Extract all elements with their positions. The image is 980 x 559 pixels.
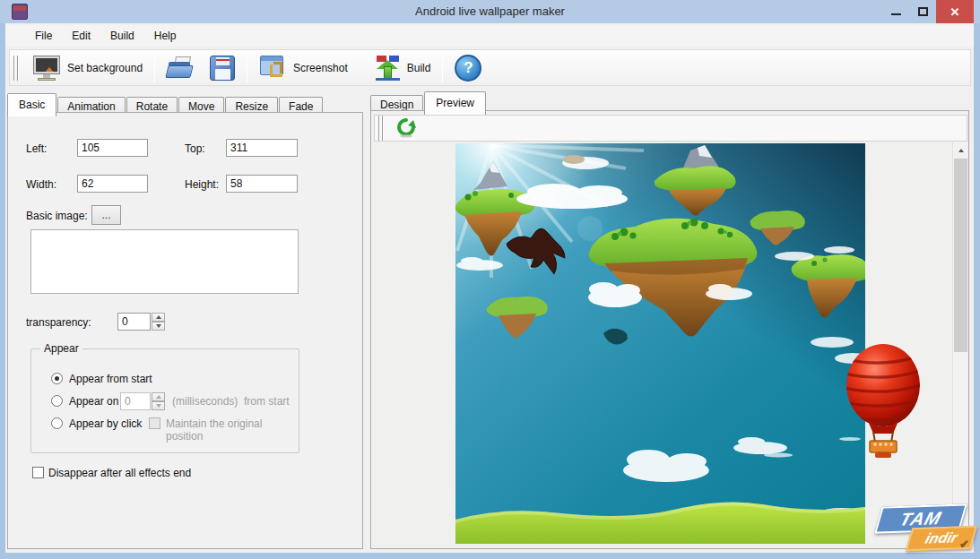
watermark-check-icon: ✔ — [959, 538, 969, 551]
wallpaper-preview-image — [455, 143, 865, 544]
appear-by-click-label: Appear by click — [69, 417, 142, 430]
refresh-icon — [396, 118, 416, 138]
basic-image-listbox[interactable] — [30, 229, 299, 294]
menu-edit[interactable]: Edit — [64, 27, 99, 45]
spin-down-icon — [156, 404, 161, 408]
top-input[interactable] — [226, 139, 298, 157]
appear-group-title: Appear — [40, 342, 82, 355]
height-label: Height: — [185, 178, 219, 191]
top-label: Top: — [185, 142, 205, 155]
help-icon: ? — [455, 55, 481, 82]
transparency-input[interactable] — [117, 313, 151, 331]
maximize-button[interactable] — [909, 0, 936, 23]
width-input[interactable] — [77, 175, 148, 193]
screenshot-icon — [259, 55, 288, 82]
menu-help[interactable]: Help — [146, 27, 185, 45]
toolbar-grip[interactable] — [378, 116, 380, 141]
help-button[interactable]: ? — [447, 51, 489, 85]
close-button[interactable]: ✕ — [936, 0, 974, 23]
browse-button[interactable]: ... — [91, 205, 121, 225]
minimize-icon — [891, 13, 901, 15]
save-button[interactable] — [203, 52, 242, 84]
open-button[interactable] — [160, 52, 203, 84]
monitor-icon — [31, 55, 62, 82]
appear-group: Appear Appear from start Appear on (mill… — [30, 348, 299, 453]
build-label: Build — [407, 62, 431, 74]
spin-down-button[interactable] — [152, 322, 165, 331]
toolbar-separator — [154, 54, 155, 82]
maximize-icon — [918, 7, 928, 16]
screenshot-button[interactable]: Screenshot — [252, 51, 355, 85]
transparency-spinner[interactable] — [152, 313, 165, 331]
milliseconds-label: (milliseconds) from start — [172, 395, 290, 408]
scrollbar-up-icon — [958, 149, 964, 152]
appear-on-label: Appear on — [69, 395, 118, 408]
tab-basic[interactable]: Basic — [7, 93, 56, 116]
toolbar-separator — [442, 54, 443, 82]
preview-scrollbar[interactable] — [952, 142, 967, 548]
basic-tab-page: Left: Top: Width: Height: Basic image: .… — [7, 112, 363, 549]
left-input[interactable] — [77, 139, 148, 157]
transparency-label: transparency: — [26, 316, 91, 329]
hot-air-balloon — [841, 342, 926, 460]
spin-up-button[interactable] — [152, 392, 165, 401]
spin-down-icon — [156, 324, 161, 328]
window-title: Android live wallpaper maker — [0, 4, 980, 18]
appear-on-spinner[interactable] — [152, 392, 165, 410]
spin-up-icon — [156, 315, 161, 319]
menu-build[interactable]: Build — [102, 27, 143, 45]
disappear-label: Disappear after all effects end — [48, 467, 191, 479]
toolbar-grip[interactable] — [17, 56, 19, 81]
appear-on-radio[interactable] — [51, 395, 63, 407]
basic-image-label: Basic image: — [26, 210, 88, 222]
toolbar-grip[interactable] — [13, 56, 15, 81]
spin-up-button[interactable] — [152, 313, 165, 322]
disappear-checkbox[interactable] — [32, 467, 44, 478]
close-icon: ✕ — [950, 5, 960, 19]
spin-up-icon — [156, 395, 161, 399]
save-icon — [210, 56, 235, 81]
appear-on-input[interactable] — [120, 392, 151, 410]
menu-file[interactable]: File — [27, 27, 60, 45]
width-label: Width: — [26, 178, 56, 191]
minimize-button[interactable] — [882, 0, 909, 23]
maintain-position-label: Maintain the original position — [166, 417, 299, 443]
set-background-label: Set background — [67, 62, 143, 74]
scrollbar-thumb[interactable] — [954, 159, 967, 352]
spin-down-button[interactable] — [152, 401, 165, 410]
appear-from-start-radio[interactable] — [51, 373, 63, 384]
appear-from-start-label: Appear from start — [69, 373, 152, 385]
maintain-position-checkbox[interactable] — [149, 417, 160, 429]
set-background-button[interactable]: Set background — [24, 51, 150, 85]
application-window: Android live wallpaper maker ✕ File Edit… — [0, 0, 980, 559]
build-icon — [375, 55, 402, 82]
toolbar-separator — [247, 54, 247, 82]
screenshot-label: Screenshot — [293, 62, 348, 74]
tamindir-watermark: TAM indir ✔ — [873, 502, 979, 555]
left-label: Left: — [26, 142, 47, 155]
height-input[interactable] — [226, 175, 298, 193]
scrollbar-up-button[interactable] — [953, 142, 968, 158]
title-bar[interactable]: Android live wallpaper maker ✕ — [0, 0, 980, 23]
open-folder-icon — [167, 56, 195, 81]
menu-bar: File Edit Build Help — [5, 25, 974, 47]
toolbar-grip[interactable] — [382, 116, 384, 141]
refresh-button[interactable] — [395, 117, 418, 139]
main-toolbar: Set background Screenshot Build ? — [9, 49, 971, 86]
preview-toolbar — [374, 115, 967, 142]
appear-by-click-radio[interactable] — [51, 417, 63, 429]
tab-preview[interactable]: Preview — [424, 91, 486, 115]
build-button[interactable]: Build — [368, 51, 438, 85]
